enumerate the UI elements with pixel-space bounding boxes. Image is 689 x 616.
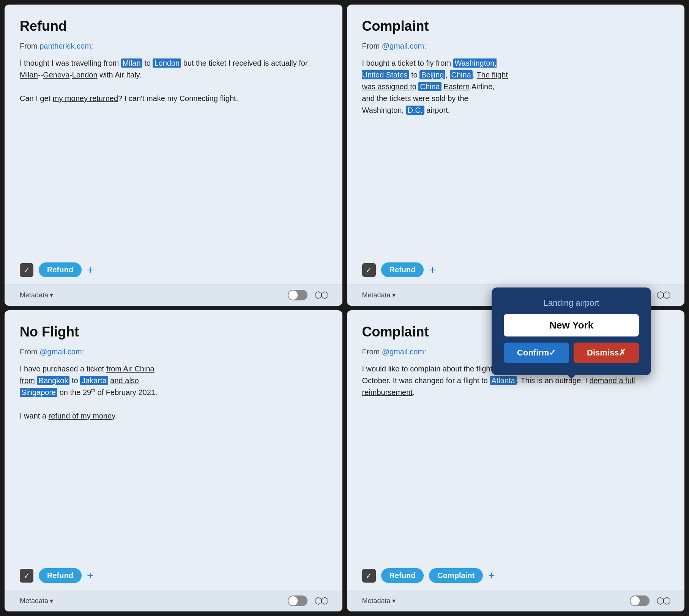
card-no-flight-footer: ✓ Refund +	[20, 563, 327, 583]
card-refund-body: I thought I was travelling from Milan to…	[20, 57, 327, 249]
card-complaint: Complaint From @gmail.com: I bought a ti…	[347, 5, 685, 306]
card-complaint-footer: ✓ Refund +	[362, 257, 670, 277]
toggle-thumb	[631, 596, 640, 605]
tag-refund[interactable]: Refund	[39, 568, 82, 583]
underline-geneva: Geneva	[43, 71, 69, 79]
from-prefix: From	[362, 347, 382, 356]
highlight-jakarta: Jakarta	[80, 376, 108, 385]
meta-right: ⬡⬡	[288, 595, 327, 606]
chain-icon[interactable]: ⬡⬡	[656, 290, 669, 300]
from-link[interactable]: @gmail.com	[382, 42, 424, 50]
landing-airport-popup: Landing airport Confirm✓ Dismiss✗	[492, 287, 651, 375]
card-complaint2-wrapper: Landing airport Confirm✓ Dismiss✗ Compla…	[347, 310, 685, 611]
underline-money-returned: my money returned	[53, 94, 118, 103]
card-no-flight-meta: Metadata ▾ ⬡⬡	[5, 590, 342, 611]
highlight-china1: China	[450, 70, 473, 79]
highlight-milan1: Milan	[121, 58, 142, 68]
from-prefix: From	[20, 347, 39, 356]
underline-london2: London	[72, 71, 98, 79]
chain-icon[interactable]: ⬡⬡	[314, 290, 327, 300]
check-icon[interactable]: ✓	[20, 263, 33, 277]
highlight-bangkok: Bangkok	[37, 376, 70, 385]
check-icon[interactable]: ✓	[362, 263, 376, 277]
from-suffix: :	[424, 42, 426, 50]
highlight-singapore: Singapore	[20, 388, 57, 397]
chain-icon[interactable]: ⬡⬡	[656, 595, 669, 606]
underline-eastern: Eastern	[443, 82, 470, 91]
chain-icon[interactable]: ⬡⬡	[314, 595, 327, 606]
highlight-dc: D.C.	[406, 106, 424, 115]
chevron-down-icon: ▾	[392, 291, 396, 299]
from-suffix: :	[424, 347, 426, 356]
tag-refund[interactable]: Refund	[381, 262, 424, 277]
card-complaint-from: From @gmail.com:	[362, 42, 670, 51]
chevron-down-icon: ▾	[50, 291, 53, 299]
card-refund-footer: ✓ Refund +	[20, 257, 327, 277]
from-suffix: :	[91, 42, 93, 50]
highlight-atlanta: Atlanta	[490, 376, 516, 385]
card-refund-meta: Metadata ▾ ⬡⬡	[5, 284, 342, 306]
card-complaint-title: Complaint	[362, 18, 670, 34]
card-no-flight-title: No Flight	[20, 324, 327, 340]
toggle[interactable]	[288, 595, 307, 606]
popup-buttons: Confirm✓ Dismiss✗	[504, 343, 639, 363]
underline-milan: Milan	[20, 71, 38, 79]
highlight-beijing: Beijing	[419, 70, 445, 79]
card-refund: Refund From pantherkik.com: I thought I …	[5, 5, 342, 306]
check-icon[interactable]: ✓	[362, 569, 376, 583]
highlight-london1: London	[153, 58, 181, 68]
popup-title: Landing airport	[504, 298, 639, 308]
card-no-flight: No Flight From @gmail.com: I have purcha…	[5, 310, 342, 611]
card-complaint2-body: I would like to complain about the fligh…	[362, 363, 670, 554]
popup-dismiss-button[interactable]: Dismiss✗	[574, 343, 639, 363]
add-tag-button[interactable]: +	[488, 570, 495, 581]
metadata-label[interactable]: Metadata ▾	[20, 291, 53, 299]
toggle-thumb	[289, 291, 298, 300]
card-no-flight-from: From @gmail.com:	[20, 347, 327, 356]
card-refund-title: Refund	[20, 18, 327, 34]
meta-right: ⬡⬡	[288, 290, 327, 300]
from-link[interactable]: pantherkik.com	[39, 42, 91, 50]
card-complaint2-meta: Metadata ▾ ⬡⬡	[347, 590, 685, 611]
chevron-down-icon: ▾	[50, 597, 53, 605]
card-refund-from: From pantherkik.com:	[20, 42, 327, 51]
from-prefix: From	[20, 42, 39, 50]
metadata-label[interactable]: Metadata ▾	[362, 291, 396, 299]
tag-refund[interactable]: Refund	[381, 568, 424, 583]
toggle[interactable]	[288, 290, 307, 300]
underline-and-also: and also	[110, 376, 139, 385]
add-tag-button[interactable]: +	[429, 264, 436, 276]
metadata-label[interactable]: Metadata ▾	[362, 597, 396, 605]
highlight-china2: China	[418, 82, 441, 91]
add-tag-button[interactable]: +	[87, 264, 94, 276]
add-tag-button[interactable]: +	[87, 570, 94, 581]
toggle[interactable]	[630, 595, 650, 606]
from-prefix: From	[362, 42, 382, 50]
tag-refund[interactable]: Refund	[39, 262, 82, 277]
tag-complaint[interactable]: Complaint	[429, 568, 483, 583]
from-link[interactable]: @gmail.com	[39, 347, 82, 356]
popup-confirm-button[interactable]: Confirm✓	[504, 343, 569, 363]
check-icon[interactable]: ✓	[20, 569, 33, 583]
popup-input[interactable]	[504, 314, 639, 336]
card-complaint-body: I bought a ticket to fly from Washington…	[362, 57, 670, 249]
card-complaint2-footer: ✓ Refund Complaint +	[362, 563, 670, 583]
card-no-flight-body: I have purchased a ticket from Air China…	[20, 363, 327, 554]
metadata-label[interactable]: Metadata ▾	[20, 597, 53, 605]
from-link[interactable]: @gmail.com	[382, 347, 424, 356]
meta-right: ⬡⬡	[630, 595, 669, 606]
chevron-down-icon: ▾	[392, 597, 396, 605]
underline-refund-money: refund of my money	[49, 412, 115, 420]
toggle-thumb	[289, 596, 298, 605]
from-suffix: :	[82, 347, 84, 356]
